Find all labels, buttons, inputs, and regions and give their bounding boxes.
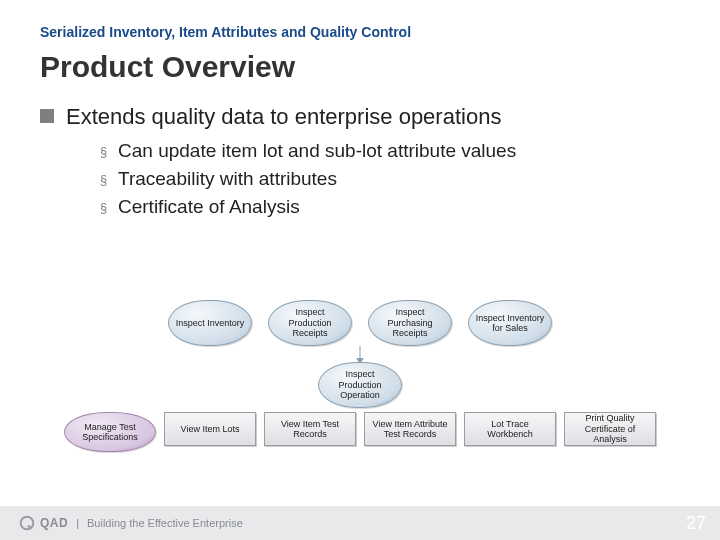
- slide-title: Product Overview: [40, 50, 680, 84]
- brand-logo: QAD: [18, 514, 68, 532]
- bullet-level2: § Can update item lot and sub-lot attrib…: [100, 140, 680, 164]
- slide-footer: QAD | Building the Effective Enterprise …: [0, 506, 720, 540]
- diagram-box: View Item Test Records: [264, 412, 356, 446]
- process-diagram: Inspect Inventory Inspect Production Rec…: [0, 300, 720, 452]
- bullet-level2: § Certificate of Analysis: [100, 196, 680, 220]
- brand-name: QAD: [40, 516, 68, 530]
- diagram-node: Inspect Purchasing Receipts: [368, 300, 452, 346]
- section-bullet-icon: §: [100, 168, 118, 192]
- page-number: 27: [686, 513, 706, 534]
- diagram-box: Lot Trace Workbench: [464, 412, 556, 446]
- bullet-text: Traceability with attributes: [118, 168, 337, 190]
- diagram-node: Inspect Production Operation: [318, 362, 402, 408]
- footer-separator: |: [76, 517, 79, 529]
- bullet-level1: Extends quality data to enterprise opera…: [40, 104, 680, 130]
- footer-tagline: Building the Effective Enterprise: [87, 517, 243, 529]
- square-bullet-icon: [40, 109, 54, 123]
- bullet-text: Certificate of Analysis: [118, 196, 300, 218]
- diagram-box: View Item Attribute Test Records: [364, 412, 456, 446]
- diagram-node: Inspect Inventory: [168, 300, 252, 346]
- bullet-level2: § Traceability with attributes: [100, 168, 680, 192]
- qad-logo-icon: [18, 514, 36, 532]
- diagram-node-highlight: Manage Test Specifications: [64, 412, 156, 452]
- svg-point-0: [21, 517, 34, 530]
- slide: Serialized Inventory, Item Attributes an…: [0, 0, 720, 540]
- diagram-row-1: Inspect Inventory Inspect Production Rec…: [0, 300, 720, 346]
- diagram-box: Print Quality Certificate of Analysis: [564, 412, 656, 446]
- diagram-row-3: Manage Test Specifications View Item Lot…: [0, 412, 720, 452]
- bullet-text: Can update item lot and sub-lot attribut…: [118, 140, 516, 162]
- diagram-row-2: Inspect Production Operation: [0, 356, 720, 412]
- diagram-box: View Item Lots: [164, 412, 256, 446]
- diagram-node: Inspect Production Receipts: [268, 300, 352, 346]
- section-bullet-icon: §: [100, 196, 118, 220]
- bullet-text: Extends quality data to enterprise opera…: [66, 104, 501, 130]
- diagram-node: Inspect Inventory for Sales: [468, 300, 552, 346]
- sub-bullet-list: § Can update item lot and sub-lot attrib…: [100, 140, 680, 220]
- eyebrow-text: Serialized Inventory, Item Attributes an…: [40, 24, 680, 40]
- section-bullet-icon: §: [100, 140, 118, 164]
